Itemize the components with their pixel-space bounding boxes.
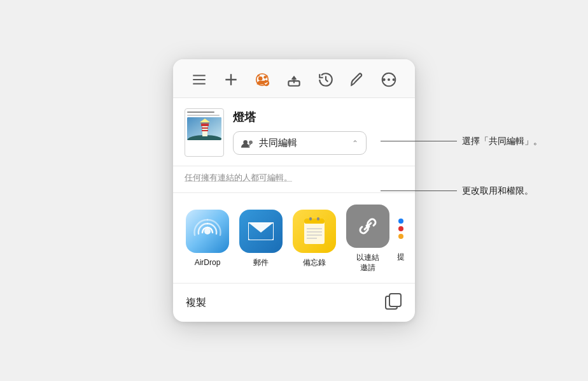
more-dots[interactable] bbox=[398, 219, 403, 252]
svg-rect-21 bbox=[202, 127, 208, 129]
svg-rect-41 bbox=[389, 294, 401, 306]
invite-label: 以連結 邀請 bbox=[356, 253, 379, 273]
annotation-line-2 bbox=[381, 190, 457, 191]
invite-icon-bg bbox=[346, 205, 389, 248]
list-button[interactable] bbox=[188, 68, 211, 91]
svg-point-28 bbox=[204, 228, 211, 234]
notes-label: 備忘錄 bbox=[303, 258, 326, 268]
svg-rect-24 bbox=[200, 122, 209, 124]
svg-point-15 bbox=[393, 78, 395, 81]
more-area: 提 bbox=[397, 215, 405, 262]
collab-label: 共同編輯 bbox=[259, 137, 297, 149]
collab-selector[interactable]: 共同編輯 ⌃ bbox=[233, 131, 367, 155]
svg-rect-22 bbox=[202, 130, 208, 131]
app-item-invite[interactable]: 以連結 邀請 bbox=[344, 205, 392, 273]
toolbar bbox=[173, 59, 415, 98]
svg-rect-33 bbox=[304, 219, 325, 224]
share-panel-container: 燈塔 共同編輯 ⌃ 任何擁有連結的人都可編輯。 bbox=[173, 59, 415, 322]
add-button[interactable] bbox=[220, 68, 242, 91]
copy-icon-button[interactable] bbox=[384, 292, 402, 313]
mail-icon-bg bbox=[239, 210, 283, 253]
svg-point-6 bbox=[258, 76, 263, 81]
doc-info: 燈塔 共同編輯 ⌃ bbox=[173, 98, 415, 166]
subtitle-text[interactable]: 任何擁有連結的人都可編輯。 bbox=[185, 173, 292, 182]
more-button[interactable] bbox=[377, 68, 400, 91]
annotation-text-2: 更改取用和權限。 bbox=[462, 185, 533, 197]
partial-label: 提 bbox=[397, 252, 405, 262]
history-button[interactable] bbox=[314, 68, 337, 91]
svg-rect-39 bbox=[317, 217, 319, 220]
apps-area: AirDrop 郵件 bbox=[173, 193, 415, 284]
collab-button[interactable] bbox=[251, 68, 274, 91]
chevron-icon: ⌃ bbox=[352, 139, 358, 148]
notes-icon-bg bbox=[293, 210, 336, 253]
annotation-line-1 bbox=[381, 141, 457, 141]
svg-point-9 bbox=[266, 75, 269, 77]
app-item-mail[interactable]: 郵件 bbox=[237, 210, 285, 268]
dot-orange bbox=[398, 234, 403, 239]
app-item-notes[interactable]: 備忘錄 bbox=[290, 210, 339, 268]
svg-rect-38 bbox=[309, 217, 312, 220]
people-icon bbox=[241, 139, 254, 148]
dot-red bbox=[398, 226, 403, 231]
airdrop-label: AirDrop bbox=[195, 258, 221, 268]
share-panel: 燈塔 共同編輯 ⌃ 任何擁有連結的人都可編輯。 bbox=[173, 59, 415, 322]
annotations: 選擇「共同編輯」。 更改取用和權限。 bbox=[381, 136, 542, 197]
annotation-access: 更改取用和權限。 bbox=[381, 185, 542, 197]
copy-icon bbox=[384, 292, 402, 310]
svg-marker-30 bbox=[248, 222, 274, 233]
markup-button[interactable] bbox=[346, 68, 368, 91]
doc-thumbnail bbox=[185, 108, 224, 157]
share-button[interactable] bbox=[283, 68, 305, 91]
svg-point-14 bbox=[388, 78, 390, 81]
copy-label: 複製 bbox=[186, 296, 206, 310]
airdrop-icon bbox=[186, 210, 229, 253]
app-item-airdrop[interactable]: AirDrop bbox=[183, 210, 232, 268]
dot-blue bbox=[398, 219, 403, 224]
subtitle-area: 任何擁有連結的人都可編輯。 bbox=[173, 166, 415, 193]
svg-point-27 bbox=[249, 140, 253, 144]
svg-point-8 bbox=[258, 75, 260, 77]
copy-row: 複製 bbox=[173, 284, 415, 322]
thumbnail-image bbox=[187, 117, 221, 140]
doc-title-area: 燈塔 共同編輯 ⌃ bbox=[233, 110, 403, 155]
annotation-text-1: 選擇「共同編輯」。 bbox=[462, 136, 542, 147]
mail-label: 郵件 bbox=[253, 258, 269, 268]
annotation-collab: 選擇「共同編輯」。 bbox=[381, 136, 542, 147]
doc-title: 燈塔 bbox=[233, 110, 403, 125]
collab-selector-left: 共同編輯 bbox=[241, 137, 297, 149]
